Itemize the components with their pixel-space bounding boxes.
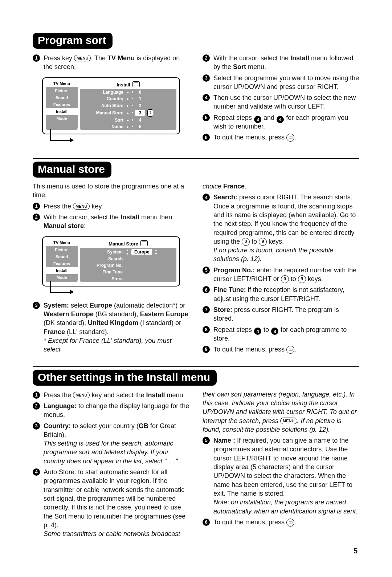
text: Repeat steps <box>213 326 254 333</box>
footnote: Note: Note: on installation, the program… <box>213 498 359 516</box>
text: (BG standard), <box>94 310 140 318</box>
page-number: 5 <box>354 547 358 555</box>
tvpanel-row-label: Store <box>80 276 125 282</box>
text: Press the <box>44 391 73 399</box>
text: Then use the cursor UP/DOWN to select th… <box>213 93 359 111</box>
cursor-updown-icon: ⇕ <box>147 109 153 117</box>
tvmenu-item: Features <box>46 260 78 267</box>
other-col-right: their own sort parameters (region, langu… <box>203 390 359 541</box>
tvmenu-item-active: Install <box>46 108 78 115</box>
exit-key-icon: ▭ <box>286 346 294 354</box>
sort-col-left: 1 Press key MENU. The TV Menu is display… <box>33 53 189 148</box>
text: Fine Tune: <box>213 286 246 293</box>
text: Manual store <box>44 222 84 229</box>
exit-key-icon: ▭ <box>286 519 294 527</box>
text: To quit the menus, press <box>213 519 286 526</box>
divider <box>33 158 359 159</box>
step-bullet: 4 <box>33 468 40 476</box>
step-bullet: 6 <box>203 134 210 141</box>
text: (LL' standard). <box>65 328 109 336</box>
tvpanel-header: Manual Store <box>80 239 176 248</box>
text: Western Europe <box>44 310 94 318</box>
tv-menu-install-screenshot: TV Menu Picture Sound Features Install M… <box>42 77 180 134</box>
text: key. <box>90 203 103 210</box>
text: System: <box>44 302 69 309</box>
tvmenu-item: Sound <box>46 253 78 260</box>
tvpanel-row-label: Program No. <box>80 263 125 268</box>
tvpanel-row-label: Search <box>80 256 125 262</box>
digit-key-icon: 9 <box>259 238 267 246</box>
step-bullet: 8 <box>203 326 210 333</box>
text: key and select the <box>90 391 146 399</box>
step-bullet: 1 <box>33 391 40 399</box>
text: : <box>84 222 86 229</box>
text: Country: <box>44 422 71 430</box>
step-bullet: 6 <box>203 519 210 526</box>
text: France <box>44 328 65 336</box>
text: and <box>262 114 276 121</box>
heading-other-settings: Other settings in the Install menu <box>33 370 217 386</box>
text: Program No.: <box>213 267 255 274</box>
text: Repeat steps <box>213 114 254 121</box>
tvpanel-header: Install <box>80 80 176 89</box>
ref-bullet: 3 <box>254 116 261 123</box>
tvmenu-header: TV Menu <box>46 239 78 246</box>
step-bullet: 5 <box>203 114 210 121</box>
tvpanel-row-label: Auto Store <box>80 103 126 109</box>
step-bullet: 4 <box>203 194 210 201</box>
menu-key-icon: MENU <box>73 203 90 210</box>
text: United Kingdom <box>88 319 138 326</box>
text: Press the <box>44 203 73 210</box>
footnote: * Except for France (LL' standard), you … <box>44 336 189 354</box>
text: To quit the menus, press <box>213 134 286 141</box>
text: Name : <box>213 437 235 444</box>
text: Language: <box>44 402 77 410</box>
text: . The <box>91 54 107 62</box>
digit-key-icon: 0 <box>242 238 250 246</box>
tvpanel-row-label: Country <box>80 96 126 102</box>
text: France <box>223 183 245 190</box>
text: TV Menu <box>107 54 135 62</box>
text: Install <box>121 214 139 221</box>
text: Eastern Europe <box>140 310 188 318</box>
text: Install <box>146 391 165 399</box>
tvpanel-row-label: Sort <box>80 117 126 123</box>
tvpanel-row-label: Language <box>80 89 126 95</box>
tvpanel-row-value: 2 <box>135 103 145 109</box>
step-bullet: 9 <box>203 346 210 353</box>
pointer-arrow-icon <box>50 129 73 141</box>
text: to <box>250 238 259 245</box>
text: (DK standard), <box>44 319 88 326</box>
footnote: This setting is used for the search, aut… <box>44 439 189 466</box>
text: Store: <box>213 306 232 313</box>
step-bullet: 6 <box>203 286 210 293</box>
ref-bullet: 8 <box>271 328 278 335</box>
step-bullet: 2 <box>33 214 40 221</box>
text: keys. <box>267 238 284 245</box>
text: press cursor RIGHT. The search starts. O… <box>213 194 356 245</box>
step-bullet: 3 <box>203 74 210 82</box>
text: To quit the menus, press <box>213 346 286 353</box>
text: Press key <box>44 54 74 62</box>
text: menu then <box>139 214 172 221</box>
text: to <box>289 275 298 283</box>
ref-bullet: 4 <box>277 116 284 123</box>
tvpanel-row-label: Fine Tune <box>80 269 125 275</box>
text: With the cursor, select the <box>44 214 121 221</box>
tvpanel-row-label: System <box>80 249 125 255</box>
step-bullet: 1 <box>33 203 40 210</box>
text: GB <box>139 422 148 430</box>
manual-col-right: choice France. 4 Search: press cursor RI… <box>203 182 359 356</box>
text: If required, you can give a name to the … <box>213 437 352 497</box>
tvmenu-item: Mode <box>46 115 78 122</box>
tvpanel-row-value: 3 <box>135 110 145 116</box>
footnote: If no picture is found, consult the poss… <box>213 246 359 264</box>
cursor-updown-icon: ▴▾ <box>125 248 130 255</box>
menu-key-icon: MENU <box>74 55 91 61</box>
cursor-updown-icon: ▴▾ <box>154 248 159 255</box>
tvmenu-item: Sound <box>46 94 78 101</box>
step-bullet: 4 <box>203 94 210 101</box>
tvpanel-row-value: Europe <box>131 249 152 255</box>
tvmenu-item: Mode <box>46 274 78 281</box>
text: This menu is used to store the programme… <box>33 182 189 200</box>
